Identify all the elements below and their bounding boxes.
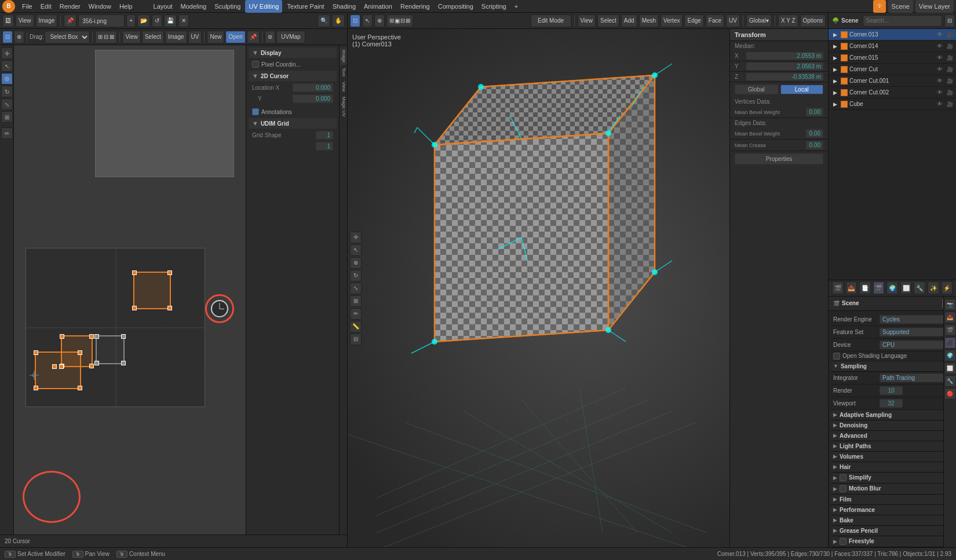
eye-icon-6[interactable]: 👁 (936, 89, 944, 97)
hair-section[interactable]: ▶ Hair (831, 462, 954, 473)
workspace-texture-paint[interactable]: Texture Paint (283, 0, 327, 13)
view-layer-selector[interactable]: View Layer (915, 0, 954, 13)
device-selector[interactable]: CPU ▾ (880, 341, 951, 349)
tab-tool[interactable]: Tool (340, 65, 347, 79)
add-menu[interactable]: Add (621, 14, 637, 27)
image-close-btn[interactable]: ✕ (178, 14, 189, 27)
pixel-coords-checkbox[interactable] (252, 61, 259, 68)
udim-section-header[interactable]: ▼ UDIM Grid (249, 118, 337, 129)
world-props-icon[interactable]: 🌍 (944, 350, 956, 361)
vp-cursor-tool[interactable]: ✛ (350, 232, 362, 243)
workspace-scripting[interactable]: Scripting (478, 0, 510, 13)
mean-crease-value[interactable]: 0.00 (806, 141, 823, 149)
uv-tool-scale[interactable]: ⤡ (1, 98, 13, 110)
outliner-item-cornercut001[interactable]: ▶ Corner Cut.001 👁 🎥 (829, 75, 956, 87)
uv-tool-rotate[interactable]: ↻ (1, 86, 13, 97)
simplify-checkbox[interactable] (840, 474, 846, 481)
image-save-btn[interactable]: 💾 (164, 14, 177, 27)
outliner-item-corner015[interactable]: ▶ Corner.015 👁 🎥 (829, 52, 956, 64)
transform-x-value[interactable]: 2.0553 m (746, 52, 823, 60)
simplify-section[interactable]: ▶ Simplify (831, 473, 954, 484)
mean-bevel-value[interactable]: 0.00 (806, 108, 823, 116)
grid-shape-y[interactable]: 1 (316, 142, 333, 151)
eye-icon-7[interactable]: 👁 (936, 100, 944, 108)
vp-transform-tool[interactable]: ⊞ (350, 295, 362, 307)
camera-visible-icon-4[interactable]: 🎥 (946, 65, 954, 74)
uv-tool-transform[interactable]: ⊞ (1, 111, 13, 123)
render-props-icon[interactable]: 📷 (944, 299, 956, 310)
uv-open-btn[interactable]: Open (225, 31, 245, 43)
uv-pin-btn[interactable]: 📌 (247, 31, 260, 43)
workspace-shading[interactable]: Shading (329, 0, 359, 13)
render-engine-selector[interactable]: Cycles ▾ (880, 315, 951, 324)
outliner-item-cornercut[interactable]: ▶ Corner Cut 👁 🎥 (829, 64, 956, 75)
volumes-section[interactable]: ▶ Volumes (831, 452, 954, 462)
camera-visible-icon-7[interactable]: 🎥 (946, 100, 954, 108)
uv-shape-1[interactable] (133, 272, 171, 309)
uv-uv-menu[interactable]: UV (188, 31, 202, 43)
image-new-btn[interactable]: + (126, 14, 136, 27)
grease-pencil-section[interactable]: ▶ Grease Pencil (831, 526, 954, 536)
output-icon[interactable]: 📤 (846, 281, 858, 294)
view-menu[interactable]: View (578, 14, 596, 27)
workspace-add[interactable]: + (511, 0, 521, 13)
vp-move-tool[interactable]: ⊕ (350, 257, 362, 269)
open-shading-checkbox[interactable] (833, 353, 840, 360)
outliner-item-corner014[interactable]: ▶ Corner.014 👁 🎥 (829, 41, 956, 52)
camera-visible-icon[interactable]: 🎥 (946, 31, 954, 39)
cursor-x-value[interactable]: 0.000 (293, 83, 333, 92)
vp-select-tool[interactable]: ↖ (350, 244, 362, 256)
camera-visible-icon-5[interactable]: 🎥 (946, 77, 954, 85)
select-menu[interactable]: Select (597, 14, 619, 27)
transform-z-value[interactable]: -0.93538 m (746, 73, 823, 80)
outliner-item-cornercut002[interactable]: ▶ Corner Cut.002 👁 🎥 (829, 87, 956, 98)
uv-image-menu[interactable]: Image (165, 31, 187, 43)
workspace-modeling[interactable]: Modeling (177, 0, 210, 13)
image-open-btn[interactable]: 📂 (137, 14, 150, 27)
uv-shape-3[interactable] (96, 335, 125, 364)
transform-y-value[interactable]: 2.0563 m (746, 63, 823, 70)
active-props-icon[interactable]: ⬛ (944, 337, 956, 349)
outliner-filter-btn[interactable]: ⊟ (944, 14, 955, 27)
advanced-row[interactable]: ▶ Advanced (831, 431, 954, 441)
uv-new-btn[interactable]: New (207, 31, 224, 43)
physics-icon[interactable]: ⚡ (942, 281, 953, 294)
global-local-selector[interactable]: Global ▾ (746, 14, 772, 27)
menu-file[interactable]: File (19, 0, 36, 13)
outliner-item-cube[interactable]: ▶ Cube 👁 🎥 (829, 98, 956, 110)
object-props-icon[interactable]: ⬜ (944, 363, 956, 374)
workspace-sculpting[interactable]: Sculpting (211, 0, 244, 13)
cursor-section-header[interactable]: ▼ 2D Cursor (249, 71, 337, 81)
properties-btn[interactable]: Properties (735, 153, 823, 164)
bake-section[interactable]: ▶ Bake (831, 515, 954, 526)
uv-tool-cursor[interactable]: ✛ (1, 47, 13, 59)
viewport-samples-value[interactable]: 32 (880, 399, 903, 408)
face-menu[interactable]: Face (706, 14, 724, 27)
modifier-icon[interactable]: 🔧 (914, 281, 925, 294)
uv-overlay-btn[interactable]: ⊚ (265, 31, 275, 43)
mesh-menu[interactable]: Mesh (639, 14, 659, 27)
sampling-section[interactable]: ▼ Sampling ⋮⋮ (831, 361, 954, 372)
adaptive-sampling-row[interactable]: ▶ Adaptive Sampling (831, 410, 954, 420)
menu-render[interactable]: Render (56, 0, 84, 13)
scene-selector[interactable]: Scene (888, 0, 913, 13)
menu-edit[interactable]: Edit (37, 0, 55, 13)
workspace-rendering[interactable]: Rendering (397, 0, 433, 13)
tab-view[interactable]: View (340, 79, 347, 94)
outliner-search-input[interactable] (863, 15, 942, 27)
image-menu-btn[interactable]: Image (36, 14, 58, 27)
uv-transform-btn[interactable]: ⊕ (14, 31, 24, 43)
scene-icon[interactable]: 🎬 (873, 281, 885, 294)
edit-mode-selector[interactable]: Edit Mode (531, 14, 571, 27)
camera-visible-icon-6[interactable]: 🎥 (946, 89, 954, 97)
uv-tool-select[interactable]: ↖ (1, 60, 13, 72)
eye-icon[interactable]: 👁 (936, 31, 944, 39)
annotations-checkbox[interactable] (252, 108, 259, 115)
local-btn[interactable]: Local (780, 85, 824, 94)
motion-blur-checkbox[interactable] (840, 485, 846, 492)
view-layer-icon[interactable]: 📑 (859, 281, 871, 294)
vp-add-cube-tool[interactable]: ⊟ (350, 334, 362, 345)
workspace-compositing[interactable]: Compositing (435, 0, 477, 13)
menu-help[interactable]: Help (116, 0, 136, 13)
drag-select[interactable]: Select Box (45, 31, 90, 43)
